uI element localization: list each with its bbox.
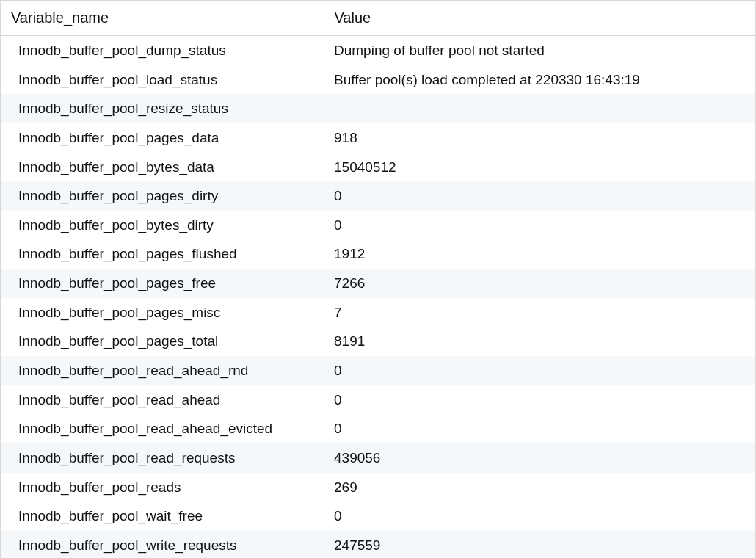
- cell-variable-name: Innodb_buffer_pool_pages_free: [1, 269, 324, 298]
- table-row[interactable]: Innodb_buffer_pool_pages_dirty0: [1, 181, 755, 211]
- cell-variable-name: Innodb_buffer_pool_reads: [1, 473, 324, 502]
- table-row[interactable]: Innodb_buffer_pool_write_requests247559: [1, 531, 755, 558]
- cell-value: Buffer pool(s) load completed at 220330 …: [324, 65, 755, 95]
- table-row[interactable]: Innodb_buffer_pool_load_statusBuffer poo…: [1, 65, 755, 95]
- table-row[interactable]: Innodb_buffer_pool_read_requests439056: [1, 443, 755, 473]
- header-value[interactable]: Value: [324, 1, 755, 36]
- cell-variable-name: Innodb_buffer_pool_pages_flushed: [1, 239, 324, 269]
- table-header-row: Variable_name Value: [1, 1, 755, 36]
- cell-value: 0: [324, 356, 755, 385]
- cell-variable-name: Innodb_buffer_pool_bytes_dirty: [1, 211, 324, 240]
- cell-value: Dumping of buffer pool not started: [324, 36, 755, 65]
- table-row[interactable]: Innodb_buffer_pool_wait_free0: [1, 501, 755, 531]
- table-row[interactable]: Innodb_buffer_pool_reads269: [1, 473, 755, 502]
- cell-value: 1912: [324, 239, 755, 269]
- table-row[interactable]: Innodb_buffer_pool_dump_statusDumping of…: [1, 36, 755, 65]
- cell-value: 269: [324, 473, 755, 502]
- cell-value: [324, 94, 755, 123]
- cell-variable-name: Innodb_buffer_pool_write_requests: [1, 531, 324, 558]
- cell-value: 7266: [324, 269, 755, 298]
- table-row[interactable]: Innodb_buffer_pool_read_ahead0: [1, 385, 755, 415]
- table-row[interactable]: Innodb_buffer_pool_bytes_data15040512: [1, 153, 755, 182]
- status-table-container: Variable_name Value Innodb_buffer_pool_d…: [0, 0, 756, 558]
- header-variable-name[interactable]: Variable_name: [1, 1, 324, 36]
- cell-value: 0: [324, 385, 755, 415]
- table-row[interactable]: Innodb_buffer_pool_read_ahead_evicted0: [1, 414, 755, 443]
- cell-variable-name: Innodb_buffer_pool_dump_status: [1, 36, 324, 65]
- table-row[interactable]: Innodb_buffer_pool_read_ahead_rnd0: [1, 356, 755, 385]
- cell-variable-name: Innodb_buffer_pool_read_ahead_evicted: [1, 414, 324, 443]
- cell-value: 0: [324, 181, 755, 211]
- cell-value: 7: [324, 298, 755, 327]
- table-row[interactable]: Innodb_buffer_pool_pages_data918: [1, 123, 755, 153]
- table-body: Innodb_buffer_pool_dump_statusDumping of…: [1, 36, 755, 559]
- cell-value: 0: [324, 211, 755, 240]
- cell-variable-name: Innodb_buffer_pool_pages_misc: [1, 298, 324, 327]
- cell-variable-name: Innodb_buffer_pool_pages_data: [1, 123, 324, 153]
- cell-value: 918: [324, 123, 755, 153]
- table-row[interactable]: Innodb_buffer_pool_pages_flushed1912: [1, 239, 755, 269]
- cell-variable-name: Innodb_buffer_pool_resize_status: [1, 94, 324, 123]
- cell-variable-name: Innodb_buffer_pool_read_requests: [1, 443, 324, 473]
- table-row[interactable]: Innodb_buffer_pool_pages_misc7: [1, 298, 755, 327]
- cell-value: 15040512: [324, 153, 755, 182]
- cell-variable-name: Innodb_buffer_pool_read_ahead: [1, 385, 324, 415]
- status-table: Variable_name Value Innodb_buffer_pool_d…: [1, 1, 755, 558]
- cell-value: 439056: [324, 443, 755, 473]
- cell-variable-name: Innodb_buffer_pool_read_ahead_rnd: [1, 356, 324, 385]
- cell-variable-name: Innodb_buffer_pool_wait_free: [1, 501, 324, 531]
- cell-value: 247559: [324, 531, 755, 558]
- table-row[interactable]: Innodb_buffer_pool_resize_status: [1, 94, 755, 123]
- cell-value: 8191: [324, 327, 755, 356]
- table-row[interactable]: Innodb_buffer_pool_pages_free7266: [1, 269, 755, 298]
- cell-variable-name: Innodb_buffer_pool_bytes_data: [1, 153, 324, 182]
- cell-value: 0: [324, 414, 755, 443]
- table-row[interactable]: Innodb_buffer_pool_bytes_dirty0: [1, 211, 755, 240]
- cell-variable-name: Innodb_buffer_pool_load_status: [1, 65, 324, 95]
- cell-variable-name: Innodb_buffer_pool_pages_total: [1, 327, 324, 356]
- table-row[interactable]: Innodb_buffer_pool_pages_total8191: [1, 327, 755, 356]
- cell-variable-name: Innodb_buffer_pool_pages_dirty: [1, 181, 324, 211]
- cell-value: 0: [324, 501, 755, 531]
